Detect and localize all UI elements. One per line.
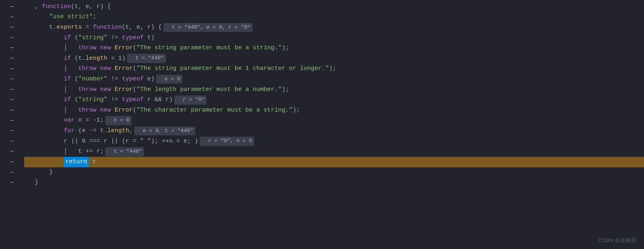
gutter-line: – (0, 177, 24, 188)
code-token: for (64, 126, 75, 136)
debug-value: t = "440", e = 0, r = "0" (163, 23, 253, 32)
code-token: e) (144, 74, 155, 84)
watermark: CSDN @吴秋霜 (598, 236, 636, 245)
code-token: t) (144, 33, 155, 43)
code-token: "number" (78, 74, 107, 84)
gutter-line: – (0, 74, 24, 84)
code-token (96, 106, 100, 115)
code-token: ); (282, 43, 289, 53)
code-line: │ t += r; t = "440" (24, 146, 644, 157)
code-token: (t. (71, 54, 86, 63)
code-token: "The string parameter must be 1 characte… (136, 64, 329, 74)
gutter-line: – (0, 126, 24, 136)
code-token: } (27, 178, 38, 188)
code-token: Error (115, 85, 133, 95)
gutter-line: – (0, 84, 24, 95)
gutter-line: – (0, 64, 24, 74)
code-line: if ("string" != typeof t) (24, 33, 644, 43)
debug-value: r = "0" (174, 95, 207, 105)
code-token (27, 116, 64, 125)
gutter-line: – (0, 33, 24, 43)
code-token: Error (115, 64, 133, 74)
code-line: var n = -1; n = 0 (24, 116, 644, 126)
code-line: │ throw new Error("The character paramet… (24, 105, 644, 116)
code-token: (t, e, r) { (71, 2, 111, 12)
code-token: != (107, 33, 122, 43)
code-line: │ throw new Error("The string parameter … (24, 64, 644, 74)
code-token: ( (71, 33, 78, 43)
code-editor: –––––––––––––––––– , function(t, e, r) {… (0, 0, 644, 249)
code-token: r || 0 === r || (r = " "); ++n < e; ) (27, 137, 198, 146)
code-token: typeof (122, 33, 144, 43)
code-token: , (129, 126, 133, 136)
code-area: , function(t, e, r) { "use strict"; t.ex… (24, 0, 644, 249)
code-token: length (107, 126, 129, 136)
code-token: ( (133, 85, 136, 95)
code-token (27, 33, 64, 43)
debug-value: r = "0", n = 0 (200, 137, 254, 146)
code-token: ); (293, 106, 300, 115)
code-token: (e -= t. (75, 126, 107, 136)
code-token: "The length parameter must be a number." (136, 85, 282, 95)
gutter-line: – (0, 53, 24, 64)
gutter-line: – (0, 2, 24, 12)
code-line: } (24, 177, 644, 188)
code-token: "The character parameter must be a strin… (136, 106, 293, 115)
line-gutter: –––––––––––––––––– (0, 0, 24, 249)
code-token: length (86, 54, 107, 63)
code-line: if ("string" != typeof r && r) r = "0" (24, 95, 644, 105)
code-token (27, 74, 64, 84)
code-token: ( (133, 106, 136, 115)
code-token: │ (27, 106, 78, 115)
code-token: if (64, 74, 71, 84)
gutter-line: – (0, 157, 24, 167)
code-token: t. (27, 23, 56, 32)
code-token: function (93, 23, 122, 32)
code-token (96, 43, 100, 53)
code-token: if (64, 54, 71, 63)
code-line: return t (24, 157, 644, 167)
code-token: typeof (122, 74, 144, 84)
gutter-line: – (0, 95, 24, 105)
code-token: typeof (122, 95, 144, 105)
code-token: if (64, 95, 71, 105)
gutter-line: – (0, 146, 24, 157)
code-line: for (e -= t.length, e = 0, t = "440" (24, 126, 644, 136)
code-line: │ throw new Error("The length parameter … (24, 84, 644, 95)
code-line: } (24, 167, 644, 178)
return-keyword: return (64, 157, 89, 167)
code-token (96, 85, 100, 95)
code-token: "string" (78, 33, 107, 43)
debug-value: e = 0 (156, 75, 182, 84)
code-line: t.exports = function(t, e, r) { t = "440… (24, 22, 644, 33)
code-token (27, 157, 64, 167)
code-token: ( (133, 43, 136, 53)
gutter-line: – (0, 105, 24, 116)
debug-value: t = "440" (105, 147, 144, 156)
code-token (27, 95, 64, 105)
code-token: function (42, 2, 71, 12)
code-token: new (100, 106, 111, 115)
code-token: if (64, 33, 71, 43)
code-token: throw (78, 64, 96, 74)
code-token (96, 64, 100, 74)
code-token: │ (27, 85, 78, 95)
code-token: != (107, 74, 122, 84)
code-token: n = -1; (75, 116, 104, 125)
code-token: (t, e, r) { (122, 23, 162, 32)
code-token: var (64, 116, 75, 125)
code-token: throw (78, 106, 96, 115)
code-token: ( (71, 95, 78, 105)
code-token (111, 64, 115, 74)
code-token: throw (78, 85, 96, 95)
debug-value: n = 0 (105, 116, 132, 125)
code-token: , (27, 2, 42, 12)
code-token: ); (282, 85, 289, 95)
code-token: Error (115, 43, 133, 53)
code-line: , function(t, e, r) { (24, 2, 644, 12)
code-line: │ throw new Error("The string parameter … (24, 43, 644, 53)
debug-value: e = 0, t = "440" (134, 127, 195, 136)
code-token: < 1) (107, 54, 125, 63)
code-token: exports (56, 23, 82, 32)
code-token: r && r) (144, 95, 173, 105)
